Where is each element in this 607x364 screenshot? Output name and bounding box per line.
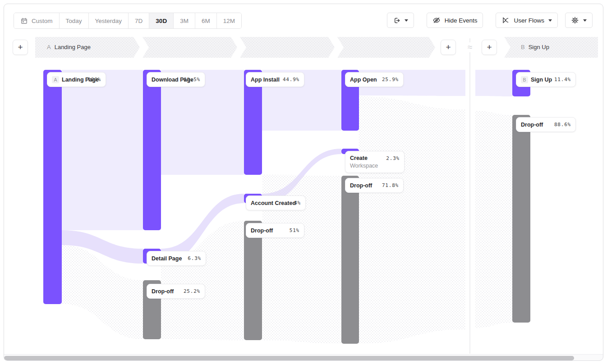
node-percentage: 11.4% — [554, 77, 571, 82]
node-card-account[interactable]: Account Created4% — [246, 196, 306, 210]
flow-dropoff4-to-dropoffB — [475, 111, 512, 328]
node-percentage: 25.2% — [184, 288, 200, 294]
date-range-6m[interactable]: 6M — [195, 13, 217, 28]
node-badge: B — [521, 76, 528, 83]
funnel-step-a-label[interactable]: ALanding Page — [47, 44, 91, 50]
calendar-icon — [20, 17, 28, 25]
date-range-3m[interactable]: 3M — [174, 13, 195, 28]
node-percentage: 25.9% — [382, 77, 399, 82]
node-label: Drop-off — [251, 228, 273, 234]
node-label: Drop-off — [521, 122, 543, 128]
node-label: Create — [350, 155, 368, 161]
node-card-detail[interactable]: Detail Page6.3% — [147, 251, 206, 266]
node-card-download[interactable]: Download Page68.5% — [147, 72, 205, 87]
node-dropoffB[interactable] — [512, 115, 530, 323]
node-dropoff4[interactable] — [341, 176, 359, 344]
flow-dropoff2-to-dropoff3 — [161, 221, 244, 340]
node-percentage: 68.5% — [184, 77, 200, 82]
app-window: CustomTodayYesterday7D30D3M6M12M Hide Ev… — [0, 0, 607, 364]
node-label: Sign Up — [531, 77, 552, 83]
date-range-label: 6M — [202, 18, 210, 24]
node-card-dropoff3[interactable]: Drop-off51% — [246, 223, 304, 238]
node-label: Account Created — [251, 200, 296, 206]
hide-events-button[interactable]: Hide Events — [427, 13, 483, 28]
date-range-today[interactable]: Today — [60, 13, 89, 28]
date-range-label: 30D — [156, 18, 167, 24]
node-percentage: 88.6% — [554, 122, 571, 127]
date-range-30d[interactable]: 30D — [149, 13, 174, 28]
date-range-12m[interactable]: 12M — [217, 13, 241, 28]
caret-down-icon — [548, 19, 552, 22]
node-label: Drop-off — [350, 182, 372, 189]
gear-icon — [571, 16, 579, 24]
date-range-label: Today — [66, 18, 82, 24]
user-flows-button[interactable]: User Flows — [496, 13, 558, 28]
node-card-dropoff2[interactable]: Drop-off25.2% — [147, 284, 205, 299]
flow-landing-to-download — [62, 70, 143, 230]
date-range-label: 3M — [180, 18, 189, 24]
date-range-yesterday[interactable]: Yesterday — [89, 13, 129, 28]
node-dropoff3[interactable] — [244, 221, 262, 340]
user-flows-label: User Flows — [514, 17, 544, 24]
node-card-appopen[interactable]: App Open25.9% — [345, 72, 404, 87]
node-percentage: 4% — [294, 200, 301, 206]
settings-button[interactable] — [565, 13, 593, 28]
node-label-line2: Workspace — [350, 163, 378, 169]
node-card-appinstall[interactable]: App Install44.9% — [246, 72, 304, 87]
node-badge: A — [52, 76, 59, 83]
node-percentage: 6.3% — [188, 255, 201, 261]
node-landing[interactable] — [43, 70, 62, 304]
hide-events-label: Hide Events — [445, 17, 478, 24]
date-range-label: Yesterday — [95, 18, 122, 24]
node-label: Detail Page — [152, 255, 182, 262]
flow-chart-icon — [501, 16, 510, 24]
caret-down-icon — [583, 19, 587, 22]
add-step-button-b-start[interactable]: + — [482, 40, 497, 55]
node-download[interactable] — [143, 70, 161, 230]
step-a-badge: A — [47, 44, 51, 50]
funnel-step-b-label[interactable]: BSign Up — [521, 44, 549, 50]
section-separator-approx: ≈ — [463, 42, 477, 52]
funnel-step-segment-a-2[interactable] — [240, 37, 335, 58]
export-icon — [393, 17, 400, 24]
caret-down-icon — [405, 19, 408, 22]
horizontal-scrollbar-track[interactable] — [4, 354, 603, 361]
step-a-title: Landing Page — [55, 44, 91, 50]
user-flows-sankey-chart — [0, 0, 607, 364]
node-card-dropoff4[interactable]: Drop-off71.8% — [345, 178, 404, 193]
step-b-title: Sign Up — [529, 44, 549, 50]
node-card-signup[interactable]: BSign Up11.4% — [516, 72, 576, 87]
flow-dropoff4-to-dropoffB — [359, 96, 465, 344]
funnel-step-segment-a-3[interactable] — [337, 37, 435, 58]
node-percentage: 2.3% — [386, 155, 400, 161]
add-step-button-left[interactable]: + — [13, 40, 28, 55]
eye-off-icon — [432, 16, 441, 24]
date-range-label: 12M — [223, 18, 235, 24]
node-card-landing[interactable]: ALanding Page100% — [47, 72, 106, 87]
flow-appopen-to-signup — [475, 70, 512, 96]
node-percentage: 100% — [87, 77, 101, 82]
node-percentage: 51% — [290, 228, 299, 233]
node-percentage: 71.8% — [382, 182, 399, 188]
date-range-7d[interactable]: 7D — [129, 13, 149, 28]
export-button[interactable] — [387, 13, 414, 28]
date-range-custom[interactable]: Custom — [14, 13, 60, 28]
date-range-label: 7D — [135, 18, 143, 24]
node-card-createws[interactable]: Create2.3%Workspace — [345, 151, 405, 173]
node-percentage: 44.9% — [283, 77, 299, 82]
funnel-step-segment-b[interactable] — [504, 37, 598, 58]
funnel-step-segment-a-1[interactable] — [143, 37, 237, 58]
add-step-button-a-end[interactable]: + — [441, 40, 456, 55]
node-label: Drop-off — [152, 288, 174, 295]
step-b-badge: B — [521, 44, 525, 50]
horizontal-scrollbar-thumb[interactable] — [4, 356, 574, 360]
date-range-label: Custom — [32, 18, 53, 24]
node-card-dropoffB[interactable]: Drop-off88.6% — [516, 117, 576, 132]
node-label: App Install — [251, 77, 280, 83]
toolbar-actions: Hide Events User Flows — [387, 13, 593, 28]
date-range-control: CustomTodayYesterday7D30D3M6M12M — [14, 13, 242, 29]
node-label: App Open — [350, 77, 377, 83]
